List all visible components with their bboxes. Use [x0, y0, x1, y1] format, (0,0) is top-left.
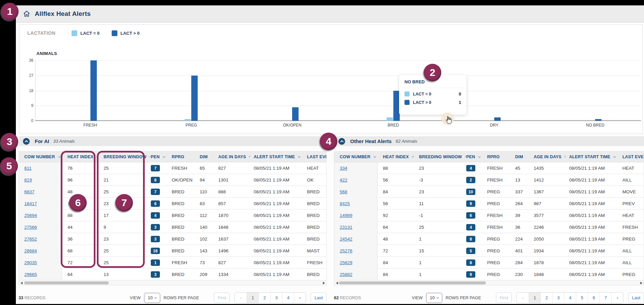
scroll-left-icon[interactable]	[334, 280, 339, 285]
cow-number-link[interactable]: 16417	[24, 201, 37, 206]
cow-number-link[interactable]: 6837	[24, 189, 34, 194]
bar-lact0[interactable]	[292, 107, 299, 121]
table-row: 33488234FRESH45143508/05/21 1:19 AMHEAT	[334, 162, 644, 174]
cow-number-link[interactable]: 422	[340, 177, 347, 183]
tooltip-row: LACT > 0 1	[404, 100, 461, 105]
cow-number-link[interactable]: 25882	[340, 272, 353, 277]
page-button-1[interactable]: 1	[247, 293, 258, 303]
page-button-2[interactable]: 2	[540, 293, 552, 303]
first-page-button[interactable]: First	[214, 293, 230, 303]
cow-number-link[interactable]: 25276	[340, 248, 353, 253]
column-header-alert-start-time[interactable]: ALERT START TIME	[248, 151, 302, 162]
scrollbar-thumb[interactable]	[24, 281, 109, 284]
page-button-4[interactable]: 4	[564, 293, 576, 303]
last-page-button[interactable]: Last	[628, 293, 644, 303]
cow-number-link[interactable]: 8425	[340, 201, 350, 206]
cow-number-link[interactable]: 29665	[24, 272, 37, 277]
cow-number-link[interactable]: 14989	[340, 213, 353, 218]
bar-lact0[interactable]	[191, 76, 198, 121]
page-button-5[interactable]: 5	[576, 293, 588, 303]
tooltip-value: 1	[459, 100, 461, 105]
column-header-pen[interactable]: PEN	[145, 151, 166, 162]
collapse-other-alerts-button[interactable]	[338, 138, 345, 145]
cow-number-link[interactable]: 25694	[24, 213, 37, 218]
rows-per-page-select[interactable]: 10	[426, 293, 442, 303]
cow-number-link[interactable]: 611	[24, 166, 32, 171]
cow-number-link[interactable]: 23131	[340, 225, 353, 230]
bar-lact0[interactable]	[185, 119, 191, 121]
bar-chart[interactable]: 09182736FRESHPREGOK/OPENBREDDRYNO BRED	[35, 60, 641, 121]
column-header-last-event-name[interactable]: LAST EVENT NAME	[617, 151, 644, 162]
rows-per-page-select[interactable]: 10	[144, 293, 160, 303]
bar-lact0[interactable]	[387, 117, 393, 121]
cell-last-event-name: MAST	[302, 245, 327, 257]
chevron-down-icon	[613, 155, 616, 158]
cell-last-event-name: BRED	[302, 221, 327, 233]
column-header-rpro[interactable]: RPRO	[166, 151, 194, 162]
column-header-heat-index[interactable]: HEAT INDEX	[377, 151, 414, 162]
column-header-label: AGE IN DAYS	[534, 155, 561, 159]
column-header-cow-number[interactable]: COW NUMBER	[19, 151, 62, 162]
next-page-button[interactable]: ›	[611, 293, 623, 303]
horizontal-scrollbar[interactable]	[19, 280, 326, 285]
column-header-breeding-window[interactable]: BREEDING WINDOW	[414, 151, 461, 162]
cell-rpro: PREG	[482, 245, 510, 257]
first-page-button[interactable]: First	[496, 293, 512, 303]
column-header-rpro[interactable]: RPRO	[482, 151, 510, 162]
page-button-7[interactable]: 7	[599, 293, 611, 303]
bar-lact0[interactable]	[595, 119, 601, 121]
column-header-cow-number[interactable]: COW NUMBER	[334, 151, 377, 162]
column-header-alert-start-time[interactable]: ALERT START TIME	[564, 151, 617, 162]
cow-number-link[interactable]: 29035	[24, 260, 37, 265]
record-number: 62	[334, 296, 339, 300]
cell-alert-start-time: 08/05/21 1:19 AM	[248, 162, 302, 174]
legend-item-lact-gt0[interactable]: LACT > 0	[112, 30, 140, 36]
column-header-last-event-name[interactable]: LAST EVENT NAME	[302, 151, 327, 162]
page-button-1[interactable]: 1	[529, 293, 540, 303]
scroll-left-icon[interactable]	[19, 280, 24, 285]
column-header-dim[interactable]: DIM	[194, 151, 213, 162]
page-button-2[interactable]: 2	[258, 293, 270, 303]
bar-lact0[interactable]	[90, 60, 97, 121]
previous-page-button[interactable]: ‹	[235, 293, 247, 303]
page-button-6[interactable]: 6	[588, 293, 599, 303]
scroll-right-icon[interactable]	[321, 280, 326, 285]
legend-item-label: LACT = 0	[80, 31, 100, 36]
chevron-up-icon	[25, 140, 28, 143]
cow-number-link[interactable]: 28684	[24, 248, 37, 253]
horizontal-scrollbar[interactable]	[334, 280, 644, 285]
lact-gt0-swatch-icon	[112, 30, 117, 36]
cow-number-link[interactable]: 568	[340, 189, 347, 194]
bar-lact0[interactable]	[393, 91, 400, 121]
cow-number-link[interactable]: 24542	[340, 237, 353, 242]
scroll-right-icon[interactable]	[639, 280, 644, 285]
column-header-label: LAST EVENT NAME	[622, 155, 644, 159]
cow-number-link[interactable]: 27652	[24, 237, 37, 242]
cell-dim: 230	[510, 269, 528, 280]
next-page-button[interactable]: ›	[294, 293, 306, 303]
legend-item-lact0[interactable]: LACT = 0	[72, 30, 100, 36]
page-button-3[interactable]: 3	[270, 293, 282, 303]
last-page-button[interactable]: Last	[311, 293, 327, 303]
column-header-age-in-days[interactable]: AGE IN DAYS	[528, 151, 564, 162]
cell-breeding-window: 23	[414, 162, 461, 174]
column-header-age-in-days[interactable]: AGE IN DAYS	[213, 151, 248, 162]
cow-number-link[interactable]: 334	[340, 166, 347, 171]
cell-heat-index: 84	[377, 186, 414, 198]
cell-breeding-window: 1	[414, 269, 461, 280]
tooltip-label: LACT = 0	[413, 92, 431, 96]
cell-rpro: PREG	[482, 269, 510, 280]
cow-number-link[interactable]: 819	[24, 177, 32, 183]
previous-page-button[interactable]: ‹	[517, 293, 529, 303]
cow-number-link[interactable]: 27566	[24, 225, 37, 230]
column-header-pen[interactable]: PEN	[461, 151, 482, 162]
bar-lact0[interactable]	[494, 117, 501, 121]
home-icon[interactable]	[23, 10, 31, 18]
scrollbar-thumb[interactable]	[339, 281, 486, 284]
page-button-4[interactable]: 4	[282, 293, 294, 303]
collapse-for-ai-button[interactable]	[23, 138, 30, 145]
page-button-3[interactable]: 3	[552, 293, 564, 303]
cow-number-link[interactable]: 25629	[340, 260, 353, 265]
column-header-dim[interactable]: DIM	[510, 151, 528, 162]
chevron-down-icon	[163, 155, 165, 158]
